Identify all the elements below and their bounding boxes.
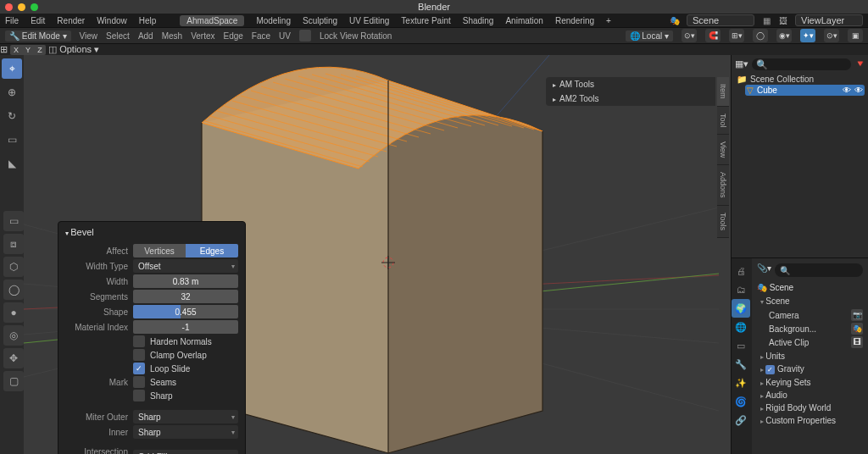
ptab-world[interactable]: 🌐 [732,318,750,336]
ptab-constraints[interactable]: 🔗 [732,411,750,429]
sec-audio[interactable]: Audio [757,389,863,401]
close-window-icon[interactable] [5,3,13,11]
xray-toggle[interactable]: ▣ [848,29,863,42]
tool-knife[interactable]: ● [3,302,24,323]
tool-smooth[interactable]: ▢ [3,371,24,391]
camera-field[interactable]: 📷 [851,309,863,321]
mark-seams-checkbox[interactable] [133,376,145,388]
n-tab-addons[interactable]: Addons [717,165,729,206]
scene-selector[interactable]: Scene [687,14,754,26]
tool-spin[interactable]: ✥ [3,348,24,368]
scene-section[interactable]: Scene [757,295,863,307]
n-tab-tools[interactable]: Tools [717,206,729,238]
snap-options[interactable]: ⊞▾ [729,29,744,42]
mode-selector[interactable]: 🔧 Edit Mode ▾ [5,30,71,42]
operator-title[interactable]: Bevel [65,225,238,242]
menu-edit[interactable]: Edit [31,16,45,25]
outliner-filter-icon[interactable]: ▦▾ [735,58,748,70]
3d-viewport[interactable]: AM Tools AM2 Tools Item Tool View Addons… [24,55,731,454]
mesh-display-icon[interactable]: ⊞ [0,44,8,54]
segments-field[interactable]: 32 [133,290,238,303]
prop-pin-icon[interactable]: 📎▾ [757,263,771,277]
sec-keying[interactable]: Keying Sets [757,376,863,389]
menu-select2[interactable]: Select [106,31,130,41]
tool-cursor[interactable]: ⌖ [2,58,22,79]
workspace-tab-shading[interactable]: Shading [463,16,494,25]
options-dropdown[interactable]: Options ▾ [59,44,99,54]
width-type-select[interactable]: Offset [133,259,238,273]
menu-help[interactable]: Help [139,16,157,25]
disable-icon[interactable]: 👁 [843,86,851,95]
workspace-tab-animation[interactable]: Animation [505,16,542,25]
menu-file[interactable]: File [5,16,19,25]
tool-scale[interactable]: ▭ [2,130,22,150]
orientation-selector[interactable]: 🌐 Local ▾ [626,30,673,42]
menu-face[interactable]: Face [252,31,270,41]
ptab-particles[interactable]: ✨ [732,374,750,392]
outliner[interactable]: ▦▾ 🔍 🔻 📁 Scene Collection ▽ Cube 👁 👁 [732,55,868,258]
tool-loopcut[interactable]: ◯ [3,280,24,300]
tool-polybuild[interactable]: ◎ [3,325,24,346]
menu-window[interactable]: Window [97,16,127,25]
gizmo-toggle[interactable]: ✦▾ [800,29,815,42]
workspace-tab-texture[interactable]: Texture Paint [401,16,450,25]
activeclip-field[interactable]: 🎞 [851,336,863,348]
menu-vertex[interactable]: Vertex [191,31,214,41]
workspace-tab-sculpting[interactable]: Sculpting [303,16,337,25]
tool-bevel[interactable]: ⬡ [3,257,24,277]
affect-vertices[interactable]: Vertices [133,244,186,257]
overlay-toggle[interactable]: ⊙▾ [824,29,839,42]
harden-normals-checkbox[interactable] [133,335,145,347]
outliner-scene-collection[interactable]: 📁 Scene Collection [735,74,865,85]
ptab-modifiers[interactable]: 🔧 [732,355,750,374]
workspace-tab-modeling[interactable]: Modeling [256,16,291,25]
n-tab-item[interactable]: Item [717,77,729,107]
width-field[interactable]: 0.83 m [133,274,238,288]
overlay-extra-icon[interactable]: ◫ [48,44,57,54]
background-field[interactable]: 🎭 [851,323,863,335]
outliner-search[interactable]: 🔍 [752,58,851,70]
ptab-physics[interactable]: 🌀 [732,392,750,411]
sec-rigidbody[interactable]: Rigid Body World [757,401,863,414]
affect-toggle[interactable]: Vertices Edges [133,244,238,257]
n-tab-tool[interactable]: Tool [717,107,729,136]
axis-toggles[interactable]: X Y Z [10,45,46,55]
tool-measure[interactable]: ◣ [2,153,22,174]
menu-edge[interactable]: Edge [224,31,243,41]
workspace-tab-ahmadspace[interactable]: AhmadSpace [180,15,244,26]
menu-uv[interactable]: UV [279,31,291,41]
ptab-object[interactable]: ▭ [732,336,750,355]
tool-inset[interactable]: ⧈ [3,234,24,254]
tool-extrude[interactable]: ▭ [3,211,24,231]
shape-field[interactable]: 0.455 [133,305,238,318]
ptab-output[interactable]: 🗂 [732,280,750,299]
proportional-edit[interactable]: ◯ [753,29,768,42]
miter-inner-select[interactable]: Sharp [133,425,238,439]
outliner-item-cube[interactable]: ▽ Cube 👁 👁 [745,85,865,96]
sec-gravity[interactable]: ✓ Gravity [757,363,863,376]
outliner-filter2-icon[interactable]: 🔻 [854,58,865,70]
ptab-scene[interactable]: 🌍 [732,299,750,318]
clamp-overlap-checkbox[interactable] [133,349,145,361]
material-field[interactable]: -1 [133,320,238,334]
menu-render[interactable]: Render [57,16,85,25]
workspace-add[interactable]: + [606,16,611,25]
minimize-window-icon[interactable] [18,3,25,11]
menu-add[interactable]: Add [138,31,153,41]
pivot-selector[interactable]: ⊙▾ [682,29,697,42]
tool-rotate[interactable]: ↻ [2,106,22,126]
miter-outer-select[interactable]: Sharp [133,410,238,424]
viewlayer-selector[interactable]: ViewLayer [795,14,863,26]
sec-custom[interactable]: Custom Properties [757,414,863,427]
sec-units[interactable]: Units [757,350,863,363]
menu-mesh[interactable]: Mesh [162,31,182,41]
lock-view-checkbox[interactable] [299,30,311,42]
maximize-window-icon[interactable] [31,3,38,11]
workspace-tab-rendering[interactable]: Rendering [555,16,594,25]
n-panel-amtools[interactable]: AM Tools [546,77,715,91]
window-controls[interactable] [5,3,38,11]
n-panel-am2tools[interactable]: AM2 Tools [546,91,715,106]
properties-search[interactable]: 🔍 [775,263,863,277]
n-tab-view[interactable]: View [717,135,729,165]
ptab-render[interactable]: 🖨 [732,262,750,280]
